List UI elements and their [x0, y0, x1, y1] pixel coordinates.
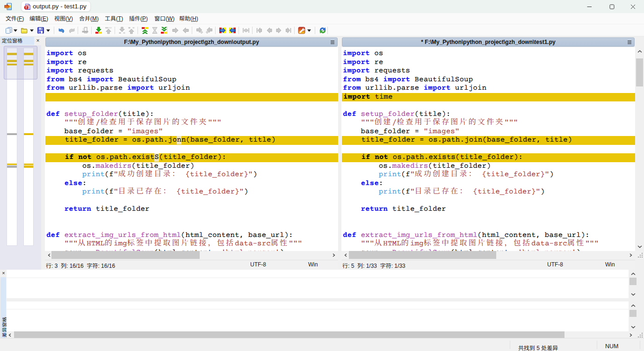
menu-P[interactable]: 插件(P) — [129, 13, 148, 24]
code-line[interactable]: from urllib.parse import urljoin — [45, 84, 338, 93]
left-header-bar[interactable]: F:\My_Python\python_project\gzh_down\out… — [45, 37, 338, 47]
code-line[interactable] — [341, 214, 635, 223]
scroll-up-icon[interactable] — [631, 272, 636, 275]
diff-location-marker[interactable] — [7, 165, 17, 168]
toolbar-copy-all-right-icon[interactable] — [217, 26, 228, 35]
menu-T[interactable]: 工具(T) — [105, 13, 123, 24]
code-line[interactable]: """创建/检查用于保存图片的文件夹""" — [45, 119, 338, 128]
toolbar-dropdown-arrow-icon[interactable] — [29, 26, 35, 35]
toolbar-next-conflict-icon[interactable] — [274, 26, 284, 35]
code-line[interactable]: print(f"目录已存在： {title_folder}") — [341, 188, 635, 197]
code-line[interactable]: import os — [341, 50, 635, 58]
toolbar-options-icon[interactable] — [297, 26, 307, 35]
toolbar-auto-merge-icon[interactable] — [241, 26, 251, 35]
right-header-menu-icon[interactable] — [628, 41, 631, 44]
diff-pane-left-scrollbar[interactable] — [629, 270, 637, 298]
toolbar-next-diff-icon[interactable] — [94, 26, 104, 35]
code-line[interactable]: def setup_folder(title): — [45, 110, 338, 119]
toolbar-dropdown-arrow-icon[interactable] — [45, 26, 51, 35]
toolbar-first-diff-icon[interactable] — [140, 26, 150, 35]
code-line[interactable]: print(f"成功创建目录： {title_folder}") — [341, 171, 635, 179]
code-line[interactable]: def extract_img_urls_from_html(html_cont… — [341, 231, 635, 240]
menu-W[interactable]: 窗口(W) — [154, 13, 174, 24]
scroll-down-icon[interactable] — [637, 245, 642, 248]
code-line[interactable]: print(f"成功创建目录： {title_folder}") — [45, 171, 338, 179]
code-line-diff[interactable]: import time — [342, 93, 635, 102]
toolbar-copy-all-left-icon[interactable] — [227, 26, 238, 35]
scroll-left-icon[interactable] — [344, 253, 347, 257]
code-line[interactable]: return title_folder — [341, 205, 635, 214]
code-line[interactable] — [45, 145, 338, 154]
toolbar-plugins-icon[interactable] — [318, 26, 328, 35]
code-line-diff[interactable]: if not os.path.existS(title_folder): — [45, 153, 338, 162]
scrollbar-thumb[interactable] — [630, 278, 637, 285]
code-line[interactable]: from bs4 import BeautifulSoup — [45, 76, 338, 85]
code-line[interactable]: def setup_folder(title): — [341, 110, 635, 119]
diff-pane-tab[interactable]: 差异窗格 — [0, 277, 6, 338]
toolbar-current-diff-icon[interactable] — [150, 26, 160, 35]
code-line[interactable] — [45, 197, 338, 206]
menu-M[interactable]: 合并(M) — [79, 13, 99, 24]
left-header-menu-icon[interactable] — [331, 41, 334, 44]
code-line[interactable]: os.makedirs(title_folder) — [45, 162, 338, 171]
vertical-scrollbar[interactable] — [635, 47, 644, 251]
code-line[interactable]: import os — [45, 50, 338, 58]
toolbar-undo-icon[interactable] — [57, 26, 67, 35]
code-line[interactable]: from bs4 import BeautifulSoup — [341, 76, 635, 85]
code-line[interactable]: import re — [341, 58, 635, 67]
toolbar-prev-diff-icon[interactable] — [103, 26, 114, 35]
code-line[interactable]: """从HTML的img标签中提取图片链接，包括data-src属性""" — [45, 240, 338, 249]
code-line[interactable]: import re — [45, 58, 338, 67]
code-line[interactable]: base_folder = "images" — [45, 128, 338, 136]
code-line[interactable]: """创建/检查用于保存图片的文件夹""" — [341, 119, 635, 128]
code-line[interactable] — [341, 145, 635, 154]
diff-location-marker[interactable] — [24, 165, 33, 168]
maximize-button[interactable] — [604, 0, 619, 13]
code-line[interactable] — [45, 101, 338, 110]
toolbar-rescan-icon[interactable] — [80, 26, 90, 35]
code-line[interactable] — [341, 197, 635, 206]
right-header-bar[interactable]: * F:\My_Python\python_project\gzh_down\t… — [342, 37, 635, 47]
document-tab[interactable]: output.py - test1.py — [21, 1, 91, 12]
toolbar-prev-conflict-icon[interactable] — [264, 26, 275, 35]
location-splitter[interactable] — [41, 36, 45, 270]
scroll-right-icon[interactable] — [333, 253, 335, 257]
scroll-right-icon[interactable] — [630, 253, 632, 257]
toolbar-copy-right-icon[interactable] — [170, 26, 181, 35]
menu-F[interactable]: 文件(F) — [6, 13, 24, 24]
code-line[interactable] — [341, 222, 635, 231]
toolbar-prev-diff-mid-icon[interactable] — [126, 26, 137, 35]
scroll-down-icon[interactable] — [631, 293, 636, 296]
toolbar-last-conflict-icon[interactable] — [283, 26, 293, 35]
hscroll-thumb[interactable] — [51, 251, 200, 259]
close-button[interactable] — [625, 0, 640, 13]
code-line[interactable]: base_folder = "images" — [341, 128, 635, 136]
toolbar-redo-icon[interactable] — [66, 26, 77, 35]
scroll-up-icon[interactable] — [631, 304, 636, 307]
diff-pane-right-content[interactable] — [7, 301, 635, 331]
pane-splitter[interactable] — [338, 36, 341, 270]
code-line[interactable]: """从HTML的img标签中提取图片链接，包括data-src属性""" — [341, 240, 635, 249]
diff-pane-close-icon[interactable]: × — [1, 271, 6, 276]
toolbar-copy-left-icon[interactable] — [181, 26, 191, 35]
toolbar-first-conflict-icon[interactable] — [254, 26, 265, 35]
code-line-diff[interactable]: title_folder = os.path.jonn(base_folder,… — [45, 136, 338, 145]
code-line[interactable]: print(f"目录已存在： {title_folder}") — [45, 188, 338, 197]
scrollbar-thumb[interactable] — [630, 310, 637, 317]
menu-V[interactable]: 视图(V) — [54, 13, 73, 24]
diff-location-marker[interactable] — [7, 133, 17, 135]
scroll-left-icon[interactable] — [8, 333, 11, 337]
menu-E[interactable]: 编辑(E) — [29, 13, 48, 24]
scroll-up-icon[interactable] — [637, 50, 642, 53]
toolbar-last-diff-icon[interactable] — [159, 26, 169, 35]
code-line-diff[interactable] — [45, 93, 338, 102]
location-pane-close-icon[interactable]: × — [35, 38, 41, 43]
code-line[interactable]: os.makedirs(title_folder) — [341, 162, 635, 171]
hscroll-thumb[interactable] — [349, 251, 496, 259]
scroll-right-icon[interactable] — [630, 333, 632, 337]
code-line[interactable] — [341, 101, 635, 110]
diff-location-marker[interactable] — [24, 133, 33, 135]
scroll-down-icon[interactable] — [631, 326, 636, 329]
toolbar-copy-right-advance-icon[interactable] — [195, 26, 205, 35]
diff-pane-right-scrollbar[interactable] — [629, 301, 637, 331]
